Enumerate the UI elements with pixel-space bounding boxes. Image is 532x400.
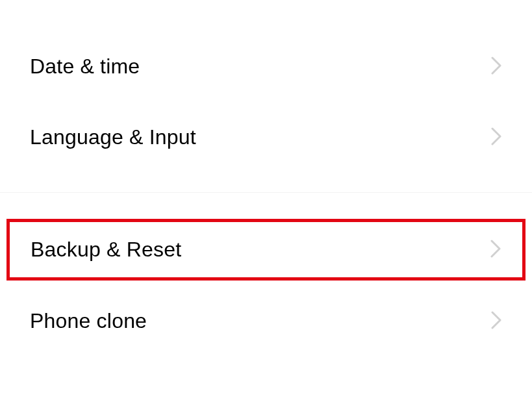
settings-item-label: Language & Input [30,125,196,149]
settings-item-phone-clone[interactable]: Phone clone [0,281,532,356]
settings-item-date-time[interactable]: Date & time [0,31,532,102]
settings-item-label: Phone clone [30,309,147,333]
settings-item-label: Date & time [30,55,140,79]
section-divider [0,192,532,193]
chevron-right-icon [490,127,502,149]
settings-list: Date & time Language & Input Backup & Re… [0,0,532,356]
settings-item-language-input[interactable]: Language & Input [0,102,532,173]
chevron-right-icon [490,239,501,261]
settings-item-backup-reset[interactable]: Backup & Reset [6,219,526,281]
chevron-right-icon [490,56,502,78]
chevron-right-icon [490,310,502,332]
settings-item-label: Backup & Reset [31,238,181,262]
